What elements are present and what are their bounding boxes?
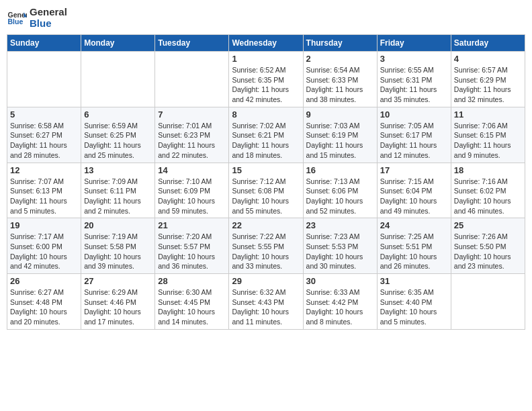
calendar-cell: 28Sunrise: 6:30 AM Sunset: 4:45 PM Dayli… bbox=[155, 274, 229, 330]
logo-blue: Blue bbox=[30, 18, 67, 30]
calendar-cell: 20Sunrise: 7:19 AM Sunset: 5:58 PM Dayli… bbox=[81, 218, 155, 274]
logo: General Blue General Blue bbox=[7, 7, 67, 29]
day-info: Sunrise: 6:55 AM Sunset: 6:31 PM Dayligh… bbox=[380, 65, 448, 105]
week-row-5: 26Sunrise: 6:27 AM Sunset: 4:48 PM Dayli… bbox=[7, 274, 525, 330]
day-info: Sunrise: 7:26 AM Sunset: 5:50 PM Dayligh… bbox=[454, 232, 522, 271]
day-info: Sunrise: 7:01 AM Sunset: 6:23 PM Dayligh… bbox=[158, 121, 226, 161]
logo-general: General bbox=[30, 7, 67, 18]
day-number: 1 bbox=[232, 54, 300, 64]
day-number: 23 bbox=[306, 220, 374, 230]
day-number: 3 bbox=[380, 54, 448, 64]
logo-icon: General Blue bbox=[7, 8, 27, 28]
calendar-table: SundayMondayTuesdayWednesdayThursdayFrid… bbox=[7, 34, 525, 330]
day-info: Sunrise: 6:52 AM Sunset: 6:35 PM Dayligh… bbox=[232, 65, 300, 105]
calendar-cell: 26Sunrise: 6:27 AM Sunset: 4:48 PM Dayli… bbox=[7, 274, 81, 330]
calendar-cell: 1Sunrise: 6:52 AM Sunset: 6:35 PM Daylig… bbox=[229, 52, 303, 107]
calendar-cell: 16Sunrise: 7:13 AM Sunset: 6:06 PM Dayli… bbox=[303, 163, 377, 218]
day-info: Sunrise: 6:58 AM Sunset: 6:27 PM Dayligh… bbox=[10, 121, 78, 161]
week-row-2: 5Sunrise: 6:58 AM Sunset: 6:27 PM Daylig… bbox=[7, 107, 525, 163]
day-number: 24 bbox=[380, 220, 448, 230]
weekday-header-row: SundayMondayTuesdayWednesdayThursdayFrid… bbox=[7, 35, 525, 52]
day-info: Sunrise: 7:23 AM Sunset: 5:53 PM Dayligh… bbox=[306, 232, 374, 271]
day-info: Sunrise: 7:20 AM Sunset: 5:57 PM Dayligh… bbox=[158, 232, 226, 271]
day-number: 5 bbox=[10, 109, 78, 120]
day-number: 30 bbox=[306, 276, 374, 286]
calendar-cell: 12Sunrise: 7:07 AM Sunset: 6:13 PM Dayli… bbox=[7, 163, 81, 218]
day-number: 19 bbox=[10, 220, 78, 230]
calendar-cell: 30Sunrise: 6:33 AM Sunset: 4:42 PM Dayli… bbox=[303, 274, 377, 330]
weekday-header-monday: Monday bbox=[81, 35, 155, 52]
weekday-header-saturday: Saturday bbox=[451, 35, 525, 52]
day-number: 31 bbox=[380, 276, 448, 286]
week-row-1: 1Sunrise: 6:52 AM Sunset: 6:35 PM Daylig… bbox=[7, 52, 525, 107]
week-row-3: 12Sunrise: 7:07 AM Sunset: 6:13 PM Dayli… bbox=[7, 163, 525, 218]
calendar-cell bbox=[7, 52, 81, 107]
page: General Blue General Blue SundayMondayTu… bbox=[0, 0, 532, 411]
weekday-header-thursday: Thursday bbox=[303, 35, 377, 52]
day-info: Sunrise: 7:10 AM Sunset: 6:09 PM Dayligh… bbox=[158, 177, 226, 216]
day-number: 9 bbox=[306, 109, 374, 120]
calendar-cell: 15Sunrise: 7:12 AM Sunset: 6:08 PM Dayli… bbox=[229, 163, 303, 218]
calendar-cell: 19Sunrise: 7:17 AM Sunset: 6:00 PM Dayli… bbox=[7, 218, 81, 274]
calendar-cell: 9Sunrise: 7:03 AM Sunset: 6:19 PM Daylig… bbox=[303, 107, 377, 163]
calendar-cell: 21Sunrise: 7:20 AM Sunset: 5:57 PM Dayli… bbox=[155, 218, 229, 274]
day-number: 29 bbox=[232, 276, 300, 286]
day-number: 18 bbox=[454, 165, 522, 175]
day-info: Sunrise: 7:05 AM Sunset: 6:17 PM Dayligh… bbox=[380, 121, 448, 161]
calendar-cell: 5Sunrise: 6:58 AM Sunset: 6:27 PM Daylig… bbox=[7, 107, 81, 163]
calendar-cell bbox=[81, 52, 155, 107]
day-number: 6 bbox=[84, 109, 152, 120]
day-info: Sunrise: 6:32 AM Sunset: 4:43 PM Dayligh… bbox=[232, 287, 300, 327]
day-number: 12 bbox=[10, 165, 78, 175]
calendar-cell: 7Sunrise: 7:01 AM Sunset: 6:23 PM Daylig… bbox=[155, 107, 229, 163]
day-number: 20 bbox=[84, 220, 152, 230]
day-info: Sunrise: 6:33 AM Sunset: 4:42 PM Dayligh… bbox=[306, 287, 374, 327]
week-row-4: 19Sunrise: 7:17 AM Sunset: 6:00 PM Dayli… bbox=[7, 218, 525, 274]
calendar-cell: 29Sunrise: 6:32 AM Sunset: 4:43 PM Dayli… bbox=[229, 274, 303, 330]
svg-text:Blue: Blue bbox=[8, 17, 24, 26]
calendar-cell: 22Sunrise: 7:22 AM Sunset: 5:55 PM Dayli… bbox=[229, 218, 303, 274]
day-info: Sunrise: 7:12 AM Sunset: 6:08 PM Dayligh… bbox=[232, 177, 300, 216]
day-info: Sunrise: 7:13 AM Sunset: 6:06 PM Dayligh… bbox=[306, 177, 374, 216]
header: General Blue General Blue bbox=[7, 7, 525, 29]
day-number: 2 bbox=[306, 54, 374, 64]
weekday-header-tuesday: Tuesday bbox=[155, 35, 229, 52]
day-number: 14 bbox=[158, 165, 226, 175]
day-info: Sunrise: 7:09 AM Sunset: 6:11 PM Dayligh… bbox=[84, 177, 152, 216]
day-info: Sunrise: 7:15 AM Sunset: 6:04 PM Dayligh… bbox=[380, 177, 448, 216]
day-number: 27 bbox=[84, 276, 152, 286]
day-number: 21 bbox=[158, 220, 226, 230]
calendar-cell: 8Sunrise: 7:02 AM Sunset: 6:21 PM Daylig… bbox=[229, 107, 303, 163]
day-info: Sunrise: 6:59 AM Sunset: 6:25 PM Dayligh… bbox=[84, 121, 152, 161]
day-number: 15 bbox=[232, 165, 300, 175]
calendar-cell: 27Sunrise: 6:29 AM Sunset: 4:46 PM Dayli… bbox=[81, 274, 155, 330]
calendar-cell bbox=[451, 274, 525, 330]
weekday-header-sunday: Sunday bbox=[7, 35, 81, 52]
calendar-cell: 11Sunrise: 7:06 AM Sunset: 6:15 PM Dayli… bbox=[451, 107, 525, 163]
day-info: Sunrise: 6:30 AM Sunset: 4:45 PM Dayligh… bbox=[158, 287, 226, 327]
calendar-cell bbox=[155, 52, 229, 107]
calendar-cell: 2Sunrise: 6:54 AM Sunset: 6:33 PM Daylig… bbox=[303, 52, 377, 107]
day-number: 17 bbox=[380, 165, 448, 175]
day-info: Sunrise: 7:02 AM Sunset: 6:21 PM Dayligh… bbox=[232, 121, 300, 161]
weekday-header-friday: Friday bbox=[377, 35, 451, 52]
calendar-cell: 4Sunrise: 6:57 AM Sunset: 6:29 PM Daylig… bbox=[451, 52, 525, 107]
calendar-cell: 3Sunrise: 6:55 AM Sunset: 6:31 PM Daylig… bbox=[377, 52, 451, 107]
day-info: Sunrise: 7:19 AM Sunset: 5:58 PM Dayligh… bbox=[84, 232, 152, 271]
day-info: Sunrise: 7:17 AM Sunset: 6:00 PM Dayligh… bbox=[10, 232, 78, 271]
calendar-cell: 10Sunrise: 7:05 AM Sunset: 6:17 PM Dayli… bbox=[377, 107, 451, 163]
day-info: Sunrise: 7:22 AM Sunset: 5:55 PM Dayligh… bbox=[232, 232, 300, 271]
day-info: Sunrise: 6:54 AM Sunset: 6:33 PM Dayligh… bbox=[306, 65, 374, 105]
calendar-cell: 25Sunrise: 7:26 AM Sunset: 5:50 PM Dayli… bbox=[451, 218, 525, 274]
day-number: 22 bbox=[232, 220, 300, 230]
calendar-cell: 6Sunrise: 6:59 AM Sunset: 6:25 PM Daylig… bbox=[81, 107, 155, 163]
day-info: Sunrise: 6:57 AM Sunset: 6:29 PM Dayligh… bbox=[454, 65, 522, 105]
day-number: 11 bbox=[454, 109, 522, 120]
calendar-cell: 18Sunrise: 7:16 AM Sunset: 6:02 PM Dayli… bbox=[451, 163, 525, 218]
day-number: 8 bbox=[232, 109, 300, 120]
day-number: 4 bbox=[454, 54, 522, 64]
day-info: Sunrise: 7:16 AM Sunset: 6:02 PM Dayligh… bbox=[454, 177, 522, 216]
day-info: Sunrise: 7:03 AM Sunset: 6:19 PM Dayligh… bbox=[306, 121, 374, 161]
day-number: 7 bbox=[158, 109, 226, 120]
day-number: 28 bbox=[158, 276, 226, 286]
